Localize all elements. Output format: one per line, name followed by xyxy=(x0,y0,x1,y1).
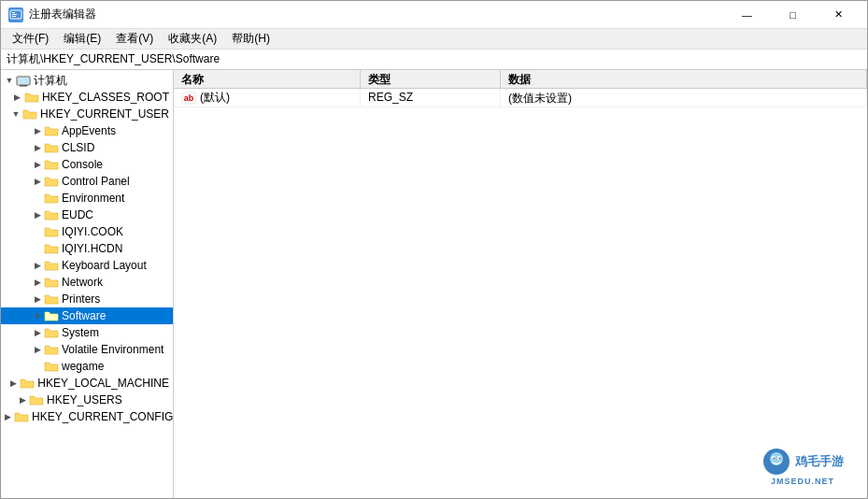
expand-software[interactable]: ▼ xyxy=(31,309,44,322)
app-icon xyxy=(8,7,23,22)
tree-item-local-machine[interactable]: ▶ HKEY_LOCAL_MACHINE xyxy=(1,375,173,392)
tree-item-current-config[interactable]: ▶ HKEY_CURRENT_CONFIG xyxy=(1,408,173,425)
detail-cell-data: (数值未设置) xyxy=(501,89,867,107)
classes-root-label: HKEY_CLASSES_ROOT xyxy=(42,91,169,104)
expand-system[interactable]: ▶ xyxy=(31,326,44,339)
expand-current-config[interactable]: ▶ xyxy=(1,410,14,423)
menu-bar: 文件(F) 编辑(E) 查看(V) 收藏夹(A) 帮助(H) xyxy=(1,29,867,50)
tree-item-console[interactable]: ▶ Console xyxy=(1,156,173,173)
expand-clsid[interactable]: ▶ xyxy=(31,141,44,154)
maximize-button[interactable]: □ xyxy=(772,1,814,29)
appevents-label: AppEvents xyxy=(62,124,116,137)
detail-panel: 名称 类型 数据 ab (默认) REG_SZ (数值未设置) xyxy=(174,70,867,498)
close-button[interactable]: ✕ xyxy=(818,1,860,29)
computer-icon xyxy=(16,75,31,87)
tree-item-users[interactable]: ▶ HKEY_USERS xyxy=(1,392,173,408)
tree-item-system[interactable]: ▶ System xyxy=(1,324,173,341)
window-title: 注册表编辑器 xyxy=(29,7,96,22)
folder-local-machine-icon xyxy=(20,378,35,390)
tree-item-iqiyi-cook[interactable]: IQIYI.COOK xyxy=(1,223,173,240)
folder-printers-icon xyxy=(44,293,59,306)
folder-software-icon xyxy=(44,310,59,322)
folder-system-icon xyxy=(44,327,59,339)
tree-item-eudc[interactable]: ▶ EUDC xyxy=(1,207,173,223)
expand-appevents[interactable]: ▶ xyxy=(31,124,44,137)
detail-cell-name: ab (默认) xyxy=(174,89,361,107)
tree-item-environment[interactable]: Environment xyxy=(1,190,173,207)
expand-classes-root[interactable]: ▶ xyxy=(11,91,24,104)
detail-cell-type: REG_SZ xyxy=(361,89,501,107)
address-text: 计算机\HKEY_CURRENT_USER\Software xyxy=(7,51,220,67)
detail-row-default[interactable]: ab (默认) REG_SZ (数值未设置) xyxy=(174,89,867,107)
col-data-header: 数据 xyxy=(501,70,867,88)
control-panel-label: Control Panel xyxy=(62,175,130,188)
tree-item-software[interactable]: ▼ Software xyxy=(1,307,173,324)
tree-item-keyboard-layout[interactable]: ▶ Keyboard Layout xyxy=(1,257,173,274)
tree-item-current-user[interactable]: ▼ HKEY_CURRENT_USER xyxy=(1,106,173,122)
folder-environment-icon xyxy=(44,192,59,205)
svg-rect-6 xyxy=(18,78,29,84)
expand-users[interactable]: ▶ xyxy=(16,393,29,406)
expand-eudc[interactable]: ▶ xyxy=(31,208,44,221)
wegame-label: wegame xyxy=(62,360,104,373)
address-bar: 计算机\HKEY_CURRENT_USER\Software xyxy=(1,50,867,70)
tree-item-clsid[interactable]: ▶ CLSID xyxy=(1,139,173,156)
tree-item-volatile-env[interactable]: ▶ Volatile Environment xyxy=(1,341,173,358)
tree-item-computer[interactable]: ▼ 计算机 xyxy=(1,72,173,89)
tree-item-control-panel[interactable]: ▶ Control Panel xyxy=(1,173,173,190)
folder-iqiyi-cook-icon xyxy=(44,226,59,238)
detail-default-label: (默认) xyxy=(200,90,230,106)
keyboard-layout-label: Keyboard Layout xyxy=(62,259,147,272)
tree-item-wegame[interactable]: wegame xyxy=(1,358,173,375)
folder-control-panel-icon xyxy=(44,176,59,188)
tree-item-classes-root[interactable]: ▶ HKEY_CLASSES_ROOT xyxy=(1,89,173,106)
expand-keyboard-layout[interactable]: ▶ xyxy=(31,259,44,272)
computer-label: 计算机 xyxy=(34,73,67,89)
menu-edit[interactable]: 编辑(E) xyxy=(56,29,108,49)
expand-control-panel[interactable]: ▶ xyxy=(31,175,44,188)
menu-view[interactable]: 查看(V) xyxy=(108,29,161,49)
title-bar: 注册表编辑器 — □ ✕ xyxy=(1,1,867,29)
main-content: ▼ 计算机 ▶ HKEY_CLASSES_ROOT ▼ xyxy=(1,70,867,498)
folder-volatile-env-icon xyxy=(44,344,59,356)
folder-eudc-icon xyxy=(44,209,59,221)
tree-item-iqiyi-hcdn[interactable]: IQIYI.HCDN xyxy=(1,240,173,257)
volatile-env-label: Volatile Environment xyxy=(62,343,164,356)
tree-item-network[interactable]: ▶ Network xyxy=(1,274,173,291)
printers-label: Printers xyxy=(62,292,100,306)
tree-item-appevents[interactable]: ▶ AppEvents xyxy=(1,122,173,139)
expand-current-user[interactable]: ▼ xyxy=(9,107,22,121)
folder-wegame-icon xyxy=(44,361,59,373)
svg-rect-2 xyxy=(12,14,17,15)
detail-header: 名称 类型 数据 xyxy=(174,70,867,89)
col-type-header: 类型 xyxy=(361,70,501,88)
clsid-label: CLSID xyxy=(62,141,94,154)
folder-keyboard-layout-icon xyxy=(44,260,59,272)
window-controls: — □ ✕ xyxy=(726,1,860,29)
expand-printers[interactable]: ▶ xyxy=(31,292,44,306)
expand-network[interactable]: ▶ xyxy=(31,276,44,289)
svg-rect-5 xyxy=(20,85,27,87)
expand-local-machine[interactable]: ▶ xyxy=(7,377,20,390)
folder-current-config-icon xyxy=(14,411,29,423)
title-bar-left: 注册表编辑器 xyxy=(8,7,96,22)
environment-label: Environment xyxy=(62,192,124,205)
expand-computer[interactable]: ▼ xyxy=(3,74,16,87)
local-machine-label: HKEY_LOCAL_MACHINE xyxy=(37,377,169,390)
tree-panel[interactable]: ▼ 计算机 ▶ HKEY_CLASSES_ROOT ▼ xyxy=(1,70,174,498)
minimize-button[interactable]: — xyxy=(726,1,768,29)
folder-appevents-icon xyxy=(44,125,59,137)
expand-console[interactable]: ▶ xyxy=(31,158,44,171)
console-label: Console xyxy=(62,158,103,171)
expand-volatile-env[interactable]: ▶ xyxy=(31,343,44,356)
folder-current-user-icon xyxy=(22,108,37,121)
tree-item-printers[interactable]: ▶ Printers xyxy=(1,291,173,307)
menu-help[interactable]: 帮助(H) xyxy=(224,29,277,49)
svg-text:ab: ab xyxy=(184,93,194,103)
menu-favorites[interactable]: 收藏夹(A) xyxy=(161,29,224,49)
svg-rect-3 xyxy=(12,16,16,17)
registry-editor-window: 注册表编辑器 — □ ✕ 文件(F) 编辑(E) 查看(V) 收藏夹(A) 帮助… xyxy=(0,0,868,499)
folder-iqiyi-hcdn-icon xyxy=(44,243,59,255)
menu-file[interactable]: 文件(F) xyxy=(5,29,56,49)
software-label: Software xyxy=(62,309,106,322)
